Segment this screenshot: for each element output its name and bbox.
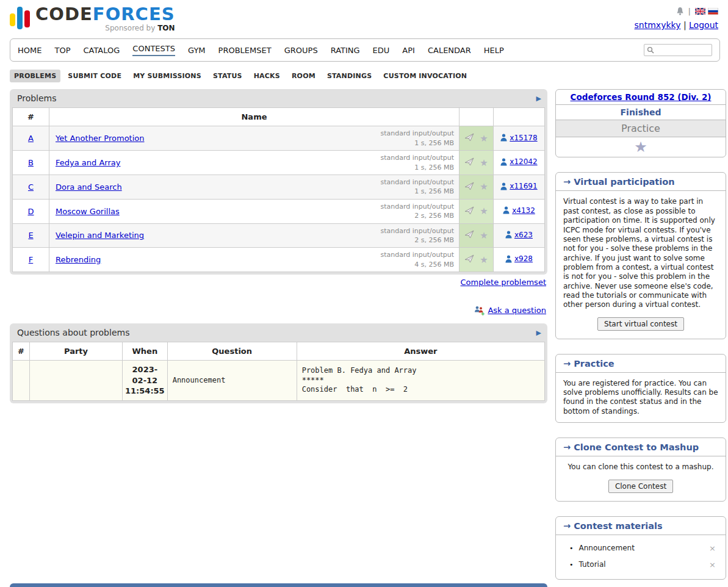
submit-dart-icon[interactable] xyxy=(464,157,474,168)
problem-limits: standard input/output1 s, 256 MB xyxy=(380,178,454,196)
submit-dart-icon[interactable] xyxy=(464,230,474,240)
problem-name-link[interactable]: Dora and Search xyxy=(56,182,122,192)
clone-contest-box: → Clone Contest to Mashup You can clone … xyxy=(555,438,726,501)
problem-name-link[interactable]: Rebrending xyxy=(56,255,101,264)
table-row: E Velepin and Marketing standard input/o… xyxy=(13,223,545,248)
submit-dart-icon[interactable] xyxy=(464,133,474,143)
tab-submit-code[interactable]: SUBMIT CODE xyxy=(63,70,126,82)
problem-limits: standard input/output2 s, 256 MB xyxy=(380,226,454,245)
menu-item-gym[interactable]: GYM xyxy=(188,46,206,55)
problem-letter-link[interactable]: C xyxy=(28,182,34,192)
start-virtual-contest-button[interactable]: Start virtual contest xyxy=(597,317,684,331)
favorite-star-icon[interactable]: ★ xyxy=(480,157,488,168)
problem-letter-link[interactable]: D xyxy=(27,207,34,216)
solved-count-link[interactable]: x11691 xyxy=(510,182,537,190)
ask-question-link[interactable]: Ask a question xyxy=(488,306,546,315)
problem-name-link[interactable]: Fedya and Array xyxy=(56,158,120,167)
solved-count-link[interactable]: x12042 xyxy=(510,157,537,166)
problem-letter-link[interactable]: B xyxy=(28,158,34,167)
menu-item-calendar[interactable]: CALENDAR xyxy=(428,46,471,55)
favorite-star-icon[interactable]: ★ xyxy=(480,206,488,217)
submit-dart-icon[interactable] xyxy=(464,182,474,192)
menu-item-catalog[interactable]: CATALOG xyxy=(83,46,120,55)
search-icon xyxy=(647,46,654,54)
tab-hacks[interactable]: HACKS xyxy=(250,70,284,82)
practice-title: → Practice xyxy=(556,355,726,373)
clone-contest-text: You can clone this contest to a mashup. xyxy=(556,456,726,478)
solved-count-link[interactable]: x623 xyxy=(514,231,533,239)
solved-count-link[interactable]: x4132 xyxy=(512,206,535,215)
menu-item-contests[interactable]: CONTESTS xyxy=(132,44,175,56)
logo-bars-icon xyxy=(10,5,30,29)
submit-dart-icon[interactable] xyxy=(464,206,474,217)
problem-limits: standard input/output4 s, 256 MB xyxy=(380,250,454,269)
problems-section-title: Problems xyxy=(17,93,57,103)
material-announcement-link[interactable]: Announcement xyxy=(579,544,708,552)
solved-count-link[interactable]: x15178 xyxy=(510,134,537,142)
tab-my-submissions[interactable]: MY SUBMISSIONS xyxy=(129,70,206,82)
problem-name-link[interactable]: Yet Another Promotion xyxy=(56,134,144,143)
russian-flag-icon[interactable] xyxy=(708,8,718,15)
menu-item-problemset[interactable]: PROBLEMSET xyxy=(218,46,272,55)
tab-room[interactable]: ROOM xyxy=(287,70,320,82)
solved-person-icon xyxy=(503,206,510,214)
search-input[interactable] xyxy=(656,45,708,55)
solved-person-icon xyxy=(500,158,507,166)
menu-item-groups[interactable]: GROUPS xyxy=(284,46,318,55)
bell-icon[interactable] xyxy=(676,7,684,16)
username-link[interactable]: sntmxykky xyxy=(635,20,681,30)
tab-custom-invocation[interactable]: CUSTOM INVOCATION xyxy=(379,70,471,82)
logout-link[interactable]: Logout xyxy=(689,20,718,30)
main-menu: HOME TOP CATALOG CONTESTS GYM PROBLEMSET… xyxy=(10,38,720,62)
contest-materials-title: → Contest materials xyxy=(556,517,726,535)
codeforces-logo[interactable]: CODEFORCES Sponsored by TON xyxy=(10,5,175,32)
tab-status[interactable]: STATUS xyxy=(209,70,247,82)
questions-section-title: Questions about problems xyxy=(17,328,129,337)
search-box[interactable] xyxy=(644,44,712,56)
problem-letter-link[interactable]: F xyxy=(29,255,33,264)
collapse-arrow-icon[interactable]: ▶ xyxy=(536,95,541,103)
problem-name-link[interactable]: Velepin and Marketing xyxy=(56,231,144,240)
problem-letter-link[interactable]: A xyxy=(28,134,34,143)
question-number xyxy=(13,361,30,401)
favorite-star-icon[interactable]: ★ xyxy=(480,254,488,265)
tab-standings[interactable]: STANDINGS xyxy=(323,70,376,82)
menu-item-home[interactable]: HOME xyxy=(18,46,41,55)
favorite-contest-star-icon[interactable]: ★ xyxy=(634,140,647,154)
close-icon[interactable]: × xyxy=(708,560,717,569)
bullet-icon: • xyxy=(569,544,574,552)
complete-problemset-link[interactable]: Complete problemset xyxy=(461,278,546,287)
favorite-star-icon[interactable]: ★ xyxy=(480,133,488,144)
menu-item-api[interactable]: API xyxy=(402,46,415,55)
practice-text: You are registered for practice. You can… xyxy=(556,373,726,422)
page-header: CODEFORCES Sponsored by TON | sntmxykky … xyxy=(0,0,728,35)
question-party xyxy=(30,361,123,401)
column-header-solved xyxy=(494,108,545,126)
favorite-star-icon[interactable]: ★ xyxy=(480,230,488,241)
question-text: Announcement xyxy=(167,361,297,401)
problem-limits: standard input/output2 s, 256 MB xyxy=(380,202,454,221)
favorite-star-icon[interactable]: ★ xyxy=(480,181,488,192)
practice-box: → Practice You are registered for practi… xyxy=(555,354,726,423)
solved-person-icon xyxy=(500,182,507,190)
clone-contest-button[interactable]: Clone Contest xyxy=(608,480,673,493)
close-icon[interactable]: × xyxy=(708,544,717,553)
menu-item-edu[interactable]: EDU xyxy=(373,46,390,55)
collapse-arrow-icon[interactable]: ▶ xyxy=(536,329,541,337)
participation-mode-label: Practice xyxy=(556,120,726,137)
contest-title-link[interactable]: Codeforces Round 852 (Div. 2) xyxy=(571,92,712,102)
table-row: D Moscow Gorillas standard input/output2… xyxy=(13,199,545,223)
solved-person-icon xyxy=(500,134,507,142)
problem-letter-link[interactable]: E xyxy=(28,231,33,240)
list-item: • Tutorial × xyxy=(563,556,718,573)
submit-dart-icon[interactable] xyxy=(464,254,474,265)
tab-problems[interactable]: PROBLEMS xyxy=(10,70,60,82)
menu-item-help[interactable]: HELP xyxy=(484,46,504,55)
questions-table: # Party When Question Answer 2023-02-12 … xyxy=(12,342,545,401)
menu-item-top[interactable]: TOP xyxy=(54,46,70,55)
english-flag-icon[interactable] xyxy=(695,8,705,15)
material-tutorial-link[interactable]: Tutorial xyxy=(579,560,708,569)
solved-count-link[interactable]: x928 xyxy=(514,254,533,263)
menu-item-rating[interactable]: RATING xyxy=(331,46,360,55)
problem-name-link[interactable]: Moscow Gorillas xyxy=(56,207,120,216)
